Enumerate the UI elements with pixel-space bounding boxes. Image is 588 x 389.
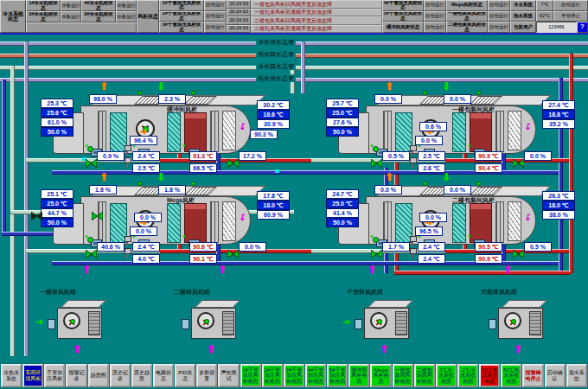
toolbar-button-nav[interactable]: 参数设置 [196, 364, 217, 387]
flow-arrow-icon: ⬆ [218, 265, 227, 275]
valve-icon[interactable] [371, 156, 382, 164]
toolbar-button-nav[interactable]: 电脑状态 [153, 364, 174, 387]
valve-icon[interactable] [227, 156, 239, 164]
exhaust-unit-label: 二楼排风机组 [174, 288, 256, 297]
room-setpoint-value[interactable]: 50.0 % [326, 218, 359, 227]
supply-setpoint-value[interactable]: 18.6 ℃ [257, 110, 290, 119]
toolbar-button-nav[interactable]: PID状态 [175, 364, 195, 387]
pipe-temperature: 2.6 ℃ [418, 163, 445, 173]
duct-fan-status-label: 2#干管加压风柜状态 [159, 11, 204, 22]
toolbar-button-nav[interactable]: 报警蜂鸣停止 [522, 364, 543, 387]
pipe-vertical [2, 80, 6, 232]
fan-icon[interactable]: ✕ [197, 312, 214, 329]
supply-setpoint-value[interactable]: 18.0 ℃ [542, 201, 575, 210]
room-setpoint-value[interactable]: 25.0 ℃ [326, 108, 359, 118]
supply-air-arrow-icon: ↪ [523, 123, 533, 130]
toolbar-button-nav[interactable]: 趋势图 [88, 364, 109, 387]
temp-sensor-icon [412, 149, 413, 156]
supply-setpoint-value[interactable]: 18.8 ℃ [542, 110, 575, 119]
supply-measured-value: 38.0 % [542, 210, 575, 220]
exhaust-fan-unit[interactable]: ✕天面排风机组⬆ [491, 297, 552, 345]
filter-section [210, 111, 219, 152]
toolbar-button-nav[interactable]: 启动确认 [545, 364, 566, 387]
chiller-status-label: 4#冷水机组状态 [81, 0, 116, 11]
bypass-valve-position: 0.5 % [382, 151, 410, 161]
ahu-unit[interactable]: ↩✕↪➜二楼包装间风柜24.7 ℃25.0 ℃41.4 %50.0 %0.0 %… [333, 184, 549, 249]
help-button[interactable]: ? [577, 22, 588, 33]
toolbar-button-nav[interactable]: 2℃冷水系统画面 [436, 364, 457, 387]
toolbar-button-nav[interactable]: Mega风柜画面 [370, 364, 391, 387]
room-setpoint-value[interactable]: 25.0 ℃ [41, 199, 74, 208]
toolbar-button-nav[interactable]: 60℃热水系统画面 [501, 364, 521, 387]
system-temp-value: 92℃ [536, 11, 553, 22]
toolbar-button-nav[interactable]: 2#干管加压风柜画面 [262, 364, 283, 387]
toolbar-button-nav[interactable]: 二楼包装间风柜画面 [414, 364, 435, 387]
valve-icon[interactable] [86, 246, 97, 255]
discharge-damper-value: 90.3 % [250, 130, 278, 139]
alarm-row[interactable]: 二楼乳液风柜旁通阀开度反馈故障 [251, 25, 382, 34]
alarm-list: 一楼包装风柜回风阀开度反馈故障一楼乳液风柜旁通阀开度反馈故障二楼包装风柜回风阀开… [251, 0, 382, 33]
filter-section [495, 111, 504, 152]
supply-measured-value: 27.4 ℃ [542, 100, 575, 110]
damper-position-value: 0.0 % [374, 94, 402, 104]
toolbar-button-nav[interactable]: 90℃热水系统画面 [479, 364, 500, 387]
heating-coil [470, 203, 492, 243]
valve-icon[interactable] [92, 208, 103, 217]
exhaust-fan-unit[interactable]: ✕一楼排风机组➜⬆ [50, 297, 111, 345]
toolbar-button-nav[interactable]: 一楼包装间风柜画面 [393, 364, 413, 387]
exhaust-fan-unit[interactable]: ✕二楼排风机组⬆ [184, 297, 245, 345]
toolbar-button-nav[interactable]: 报警记录 [66, 364, 86, 387]
ahu-unit[interactable]: ↩✕↪➜一楼包装间风柜25.7 ℃25.0 ℃27.6 %50.0 %0.0 %… [333, 93, 549, 158]
alarm-row[interactable]: 一楼乳液风柜旁通阀开度反馈故障 [251, 9, 382, 17]
exhaust-fan-unit[interactable]: ✕干管排风机组➜⬆ [357, 297, 418, 345]
damper-actuator-icon [489, 319, 496, 329]
fan-run-indicator [511, 319, 516, 324]
fan-icon[interactable]: ✕ [370, 312, 387, 329]
system-name-label: 热水系统 [510, 11, 536, 22]
damper-arrow-icon: ▼ [182, 234, 187, 239]
ahu-unit[interactable]: ↩✕↪➜缓冲间风柜25.3 ℃25.6 ℃61.0 %50.0 %98.0 %2… [48, 93, 264, 158]
room-setpoint-value[interactable]: 25.6 ℃ [41, 108, 74, 118]
toolbar-button-current-screen[interactable]: 车间环境风柜 [22, 364, 43, 387]
toolbar-button-nav[interactable]: 3#干管加压风柜画面 [284, 364, 304, 387]
toolbar-button-nav[interactable]: 冷热水系统 [1, 364, 22, 387]
system-summary-grid: 冷水系统7℃自动运行热水系统92℃手动停止当前用户123456? [510, 0, 588, 33]
ahu-status-value: 自动运行 [424, 22, 446, 33]
valve-icon[interactable] [86, 156, 97, 164]
room-setpoint-value[interactable]: 25.0 ℃ [326, 199, 359, 208]
valve-icon[interactable] [513, 156, 524, 164]
valve-icon[interactable] [31, 208, 42, 217]
room-setpoint-value[interactable]: 50.0 % [41, 218, 74, 227]
ahu-unit[interactable]: ↩✕↪➜Mega风柜25.1 ℃25.0 ℃44.7 %50.0 %1.6 %1… [48, 184, 264, 249]
supply-setpoint-value[interactable]: 18.0 ℃ [257, 201, 290, 210]
toolbar-button-nav[interactable]: 历史记录 [110, 364, 131, 387]
toolbar-button-nav[interactable]: 历史趋势 [131, 364, 152, 387]
toolbar-button-nav[interactable]: 退出系统 [566, 364, 587, 387]
toolbar-button-nav[interactable]: 声光测试 [218, 364, 239, 387]
toolbar-button-nav[interactable]: 缓冲间风柜画面 [348, 364, 369, 387]
alarm-row[interactable]: 一楼包装风柜回风阀开度反馈故障 [251, 0, 382, 9]
alarm-row[interactable]: 二楼包装风柜回风阀开度反馈故障 [251, 16, 382, 25]
fan-icon[interactable]: ✕ [63, 312, 80, 329]
damper-position-value: 2.3 % [158, 94, 186, 104]
toolbar-button-nav[interactable]: 5#干管加压风柜画面 [327, 364, 348, 387]
toolbar-button-nav[interactable]: 干管加压风柜 [44, 364, 65, 387]
room-setpoint-value[interactable]: 50.0 % [326, 127, 359, 137]
toolbar-button-nav[interactable]: 4#干管加压风柜画面 [305, 364, 326, 387]
toolbar-button-nav[interactable]: -2℃冷水系统画面 [457, 364, 478, 387]
valve-icon[interactable] [513, 246, 524, 255]
hot-water-temperature: 90.6 ℃ [189, 242, 217, 252]
duct-fan-status-grid: 1#干管加压风柜状态自动运行2#干管加压风柜状态自动运行3#干管加压风柜状态自动… [159, 0, 227, 33]
fan-run-indicator [204, 319, 209, 324]
temp-sensor-icon [412, 252, 413, 258]
toolbar-button-nav[interactable]: 1#干管加压风柜画面 [240, 364, 261, 387]
valve-icon[interactable] [227, 246, 239, 255]
return-water-temperature: 66.5 ℃ [189, 163, 217, 173]
valve-icon[interactable] [371, 246, 382, 255]
internal-damper-value: 0.0 % [415, 136, 443, 145]
supply-grille [508, 111, 521, 150]
fan-icon[interactable]: ✕ [504, 312, 521, 329]
room-setpoint-value[interactable]: 50.0 % [41, 127, 74, 137]
damper-arrow-icon: ▼ [182, 143, 187, 149]
ahu-status-label: 缓冲间风柜状态 [382, 22, 424, 33]
